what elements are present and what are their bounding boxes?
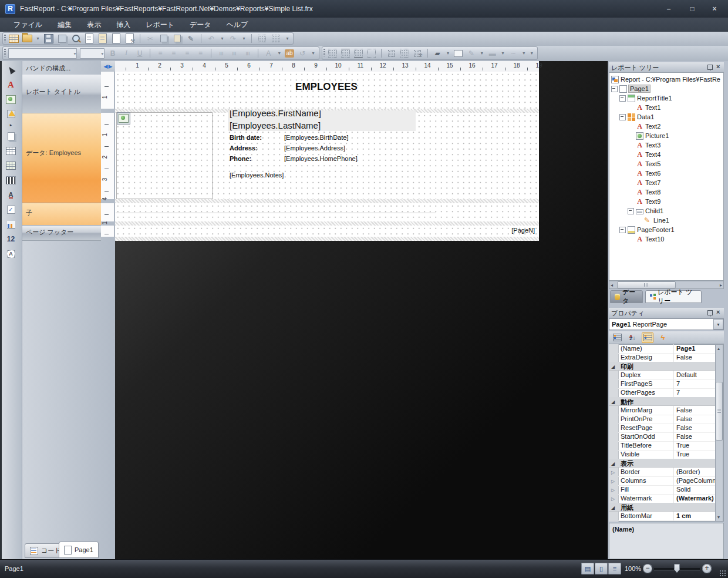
align-center-icon[interactable]: ≡ xyxy=(168,48,179,59)
toolbar-overflow-icon[interactable]: ▾ xyxy=(529,48,534,59)
matrix-object-icon[interactable] xyxy=(4,160,18,171)
collapse-icon[interactable] xyxy=(619,114,626,120)
close-button[interactable]: × xyxy=(707,5,722,14)
align-justify-icon[interactable]: ≡ xyxy=(196,48,206,59)
address-field-object[interactable]: [Employees.Address] xyxy=(282,144,415,154)
zoom-slider-thumb[interactable] xyxy=(674,564,680,573)
menu-help[interactable]: ヘルプ xyxy=(220,18,255,32)
underline-icon[interactable]: U xyxy=(134,48,145,59)
object-selector-combo[interactable]: Page1 ReportPage ▾ xyxy=(609,318,724,330)
shape-dropdown-icon[interactable]: ▸ xyxy=(4,123,18,127)
bold-icon[interactable]: B xyxy=(107,48,118,59)
page-setup-icon[interactable] xyxy=(97,33,108,44)
tree-item-text5[interactable]: AText5 xyxy=(636,159,660,169)
chart-object-icon[interactable] xyxy=(4,219,18,230)
toolbar-grip[interactable] xyxy=(4,35,6,42)
page-number-object-icon[interactable]: 12 xyxy=(4,234,18,244)
view-page-width-icon[interactable]: ▯ xyxy=(595,563,608,574)
tree-item-text9[interactable]: AText9 xyxy=(636,197,660,206)
expand-row-icon[interactable]: ▷ xyxy=(611,496,615,502)
tree-item-pagefooter1[interactable]: PageFooter1 xyxy=(619,225,675,234)
alphabetical-sort-icon[interactable]: AZ↓ xyxy=(626,332,638,343)
view-100-icon[interactable]: ≡ xyxy=(608,563,621,574)
shape-object-icon[interactable] xyxy=(4,109,18,119)
page-copy-icon[interactable] xyxy=(57,33,68,44)
scrollbar-thumb[interactable] xyxy=(716,382,723,441)
tree-item-text6[interactable]: AText6 xyxy=(636,169,660,178)
tree-item-text1[interactable]: AText1 xyxy=(636,103,660,112)
toolbar-overflow-icon[interactable]: ▾ xyxy=(285,33,290,44)
property-row[interactable]: OtherPages7 xyxy=(618,388,715,398)
toolbar-grip[interactable] xyxy=(4,49,6,56)
checkbox-object-icon[interactable]: ✓ xyxy=(4,204,18,215)
categorized-view-icon[interactable] xyxy=(611,332,623,343)
property-row[interactable]: DuplexDefault xyxy=(618,371,715,380)
page-footer-band-area[interactable] xyxy=(115,226,539,237)
fill-color-dropdown-icon[interactable]: ▾ xyxy=(446,48,451,59)
tree-item-text4[interactable]: AText4 xyxy=(636,150,660,159)
property-row[interactable]: Watermark(Watermark) xyxy=(618,494,715,503)
table-object-icon[interactable] xyxy=(4,146,18,156)
fill-color-icon[interactable]: ▰ xyxy=(433,48,443,59)
birth-date-field-object[interactable]: [Employees.BirthDate] xyxy=(282,134,415,143)
line-color-dropdown-icon[interactable]: ▾ xyxy=(480,48,485,59)
birth-date-label-object[interactable]: Birth date: xyxy=(228,134,277,143)
line-color-icon[interactable]: ✎ xyxy=(466,48,476,59)
tab-page1[interactable]: Page1 xyxy=(59,542,99,558)
tree-item-text3[interactable]: AText3 xyxy=(636,140,660,150)
band-report-title[interactable]: レポート タイトル xyxy=(22,75,101,113)
tree-item-text10[interactable]: AText10 xyxy=(636,234,664,244)
band-page-footer[interactable]: ページ フッター xyxy=(22,226,101,241)
tree-item-text8[interactable]: AText8 xyxy=(636,187,660,197)
line-style-icon[interactable]: ┄ xyxy=(508,48,518,59)
band-child[interactable]: 子 xyxy=(22,203,101,226)
open-dropdown-icon[interactable]: ▾ xyxy=(35,33,41,44)
band-separator[interactable] xyxy=(115,221,539,226)
valign-top-icon[interactable]: ≡ xyxy=(216,48,227,59)
tree-item-page1[interactable]: Page1 xyxy=(611,84,650,93)
rotate-text-icon[interactable]: ↺ xyxy=(297,48,308,59)
align-left-icon[interactable]: ≡ xyxy=(155,48,166,59)
text-color-icon[interactable]: A xyxy=(263,48,274,59)
property-category[interactable]: ◢用紙 xyxy=(609,503,715,512)
line-width-dropdown-icon[interactable]: ▾ xyxy=(500,48,505,59)
undo-icon[interactable]: ↶ xyxy=(206,33,217,44)
toolbar-overflow-icon[interactable]: ▾ xyxy=(311,48,316,59)
line-object[interactable] xyxy=(116,213,436,213)
fill-style-icon[interactable] xyxy=(453,48,463,59)
collapse-icon[interactable] xyxy=(611,86,618,92)
view-whole-page-icon[interactable]: ▤ xyxy=(581,563,594,574)
line-width-icon[interactable]: ▬ xyxy=(487,48,497,59)
cut-icon[interactable]: ✂ xyxy=(145,33,156,44)
menu-report[interactable]: レポート xyxy=(139,18,181,32)
tree-item-reporttitle1[interactable]: ReportTitle1 xyxy=(619,93,672,103)
property-row[interactable]: Border(Border) xyxy=(618,468,715,477)
cell-text-object-icon[interactable]: A xyxy=(4,248,18,259)
property-row[interactable]: ResetPageFalse xyxy=(618,424,715,433)
property-row[interactable]: TitleBeforeTrue xyxy=(618,441,715,451)
minimize-button[interactable]: – xyxy=(661,5,676,14)
pin-icon[interactable] xyxy=(707,65,713,70)
text-object-icon[interactable]: A xyxy=(4,79,18,90)
select-tool-icon[interactable] xyxy=(4,65,18,75)
menu-view[interactable]: 表示 xyxy=(80,18,107,32)
firstname-text-object[interactable]: [Employees.FirstName] xyxy=(228,110,416,120)
tab-report-tree[interactable]: レポート ツリー xyxy=(645,290,702,303)
redo-dropdown-icon[interactable]: ▾ xyxy=(241,33,247,44)
page-number-field-object[interactable]: [PageN] xyxy=(483,227,537,236)
band-separator[interactable] xyxy=(115,199,539,203)
group-icon[interactable] xyxy=(257,33,267,44)
border-props-icon[interactable]: ⚒ xyxy=(413,48,423,59)
redo-icon[interactable]: ↷ xyxy=(228,33,238,44)
pin-icon[interactable] xyxy=(707,310,713,315)
property-row[interactable]: VisibleTrue xyxy=(618,450,715,459)
new-report-icon[interactable] xyxy=(8,33,19,44)
close-panel-icon[interactable]: × xyxy=(716,63,720,70)
new-page-icon[interactable] xyxy=(84,33,95,44)
address-label-object[interactable]: Address: xyxy=(228,144,277,154)
phone-field-object[interactable]: [Employees.HomePhone] xyxy=(282,155,415,165)
close-panel-icon[interactable]: × xyxy=(716,308,720,315)
properties-scrollbar[interactable]: ▴ ▾ xyxy=(715,344,723,522)
tree-item-line1[interactable]: ✎Line1 xyxy=(644,216,669,225)
tree-item-text2[interactable]: AText2 xyxy=(636,122,660,131)
